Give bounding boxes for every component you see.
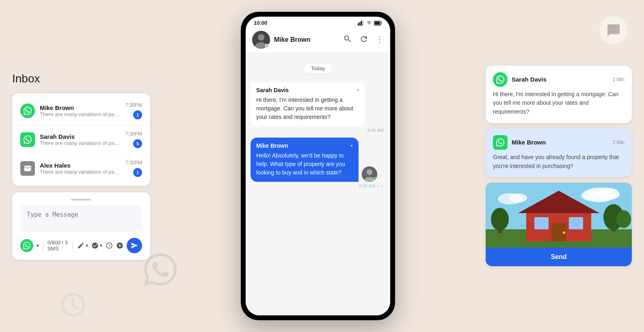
chat-avatar (252, 31, 270, 49)
svg-point-15 (581, 190, 601, 201)
phone-screen: 10:00 (246, 17, 390, 315)
msg-expand-icon[interactable]: ▾ (357, 87, 359, 93)
add-icon-btn[interactable] (116, 242, 123, 249)
inbox-meta-alex: 7:30PM 1 (125, 160, 142, 177)
msg-sender-sarah: Sarah Davis (256, 87, 289, 93)
message-outgoing-mike: Mike Brown ▾ Hello! Absolutely, we'd be … (251, 138, 385, 189)
msg-outgoing-row: Mike Brown ▾ Hello! Absolutely, we'd be … (251, 138, 385, 182)
left-panel: Inbox Mike Brown There are many variatio… (12, 72, 150, 260)
msg-bubble-outgoing: Mike Brown ▾ Hello! Absolutely, we'd be … (251, 138, 359, 182)
inbox-time-mike: 7:30PM (125, 102, 142, 108)
toolbar-whatsapp-icon[interactable] (20, 239, 33, 252)
compose-input[interactable] (20, 205, 142, 231)
online-indicator (265, 44, 270, 48)
notif-text-sarah: Hi there, I'm interested in getting a mo… (493, 90, 625, 116)
inbox-meta-mike: 7:30PM 1 (125, 102, 142, 119)
notif-header-sarah: Sarah Davis 2 Min (493, 72, 625, 87)
inbox-time-alex: 7:30PM (125, 160, 142, 166)
message-incoming-sarah: Sarah Davis ▾ Hi there, I'm interested i… (251, 82, 385, 133)
notif-card-sarah[interactable]: Sarah Davis 2 Min Hi there, I'm interest… (486, 66, 632, 123)
check-marks: ✓✓ (376, 183, 384, 188)
svg-rect-5 (375, 22, 380, 24)
svg-point-29 (616, 210, 631, 228)
deco-chat-bubble (599, 16, 628, 45)
inbox-meta-sarah: 7:30PM 5 (125, 131, 142, 148)
svg-point-10 (367, 169, 372, 175)
compose-toolbar: ▾ 0/800 l 3 SMS ▾ ▾ (20, 238, 142, 253)
inbox-name-sarah: Sarah Davis (40, 133, 121, 140)
property-image (486, 183, 632, 248)
whatsapp-square-icon-sarah (20, 132, 35, 147)
messages-area[interactable]: Today Sarah Davis ▾ Hi there, I'm intere… (246, 53, 390, 315)
inbox-preview-mike: There are many variations of passages of… (40, 111, 121, 117)
notif-name-sarah: Sarah Davis (512, 76, 609, 83)
notif-time-sarah: 2 Min (613, 77, 625, 82)
chat-contact-name: Mike Brown (274, 36, 339, 43)
inbox-badge-alex: 1 (133, 168, 142, 177)
inbox-item-sarah[interactable]: Sarah Davis There are many variations of… (12, 125, 150, 154)
inbox-name-alex: Alex Hales (40, 162, 121, 169)
sms-counter: 0/800 l 3 SMS (48, 239, 69, 252)
clock-icon-btn[interactable] (106, 242, 113, 249)
msg-expand-outgoing[interactable]: ▾ (350, 143, 353, 149)
notif-card-mike[interactable]: Mike Brown 2 Min Great, and have you alr… (486, 129, 632, 177)
svg-point-17 (509, 194, 527, 203)
tools-chevron: ▾ (100, 243, 102, 248)
inbox-time-sarah: 7:30PM (125, 131, 142, 137)
inbox-info-sarah: Sarah Davis There are many variations of… (40, 133, 121, 146)
send-button[interactable] (127, 238, 142, 253)
inbox-name-mike: Mike Brown (40, 104, 121, 111)
svg-rect-22 (569, 217, 583, 229)
inbox-item-mike[interactable]: Mike Brown There are many variations of … (12, 97, 150, 125)
msg-time-incoming: 9:45 AM (251, 128, 385, 133)
tools-icon-btn[interactable]: ▾ (91, 242, 102, 249)
deco-clock (59, 291, 87, 321)
toolbar-divider (43, 241, 43, 250)
toolbar-chevron[interactable]: ▾ (37, 243, 39, 248)
svg-rect-2 (361, 21, 362, 26)
whatsapp-icon-mike (20, 103, 35, 118)
msg-time-outgoing: 9:45 AM ✓✓ (359, 183, 385, 189)
notif-name-mike: Mike Brown (512, 139, 609, 146)
edit-icon-btn[interactable]: ▾ (77, 242, 88, 249)
wa-dot-outgoing (373, 177, 377, 182)
inbox-badge-mike: 1 (133, 110, 142, 119)
inbox-title: Inbox (12, 72, 150, 85)
phone-wrapper: 10:00 (158, 12, 478, 320)
inbox-card: Mike Brown There are many variations of … (12, 93, 150, 186)
status-icons (358, 21, 382, 26)
notif-text-mike: Great, and have you already found a prop… (493, 153, 625, 170)
email-icon-alex (20, 161, 35, 176)
svg-point-26 (491, 208, 509, 231)
svg-point-24 (563, 231, 565, 234)
more-options-icon[interactable]: ⋮ (376, 34, 384, 45)
chat-header: Mike Brown ⋮ (246, 28, 390, 53)
edit-chevron: ▾ (86, 243, 88, 248)
msg-text-incoming: Hi there, I'm interested in getting a mo… (256, 96, 359, 121)
compose-card: ▾ 0/800 l 3 SMS ▾ ▾ (12, 192, 150, 260)
chat-header-icons: ⋮ (343, 34, 384, 45)
inbox-badge-sarah: 5 (133, 139, 142, 148)
toolbar-divider-2 (73, 241, 73, 250)
msg-outgoing-avatar (362, 166, 377, 182)
status-bar: 10:00 (246, 17, 390, 28)
inbox-item-alex[interactable]: Alex Hales There are many variations of … (12, 154, 150, 183)
image-send-button[interactable]: Send (486, 248, 632, 266)
msg-text-outgoing: Hello! Absolutely, we'd be happy to help… (256, 151, 353, 177)
property-card: Send (486, 183, 632, 266)
search-icon[interactable] (343, 34, 352, 45)
main-container: Inbox Mike Brown There are many variatio… (0, 0, 644, 332)
svg-point-7 (258, 34, 264, 41)
inbox-preview-sarah: There are many variations of passages of… (40, 140, 121, 146)
status-time: 10:00 (254, 20, 267, 26)
svg-rect-1 (359, 22, 361, 26)
notif-header-mike: Mike Brown 2 Min (493, 135, 625, 150)
svg-rect-0 (358, 23, 359, 26)
notif-whatsapp-icon-sarah (493, 72, 508, 87)
right-panel: Sarah Davis 2 Min Hi there, I'm interest… (486, 66, 632, 266)
drag-handle (71, 199, 91, 200)
inbox-preview-alex: There are many variations of passages of… (40, 169, 121, 175)
msg-sender-mike: Mike Brown (256, 142, 288, 149)
msg-bubble-incoming-sarah: Sarah Davis ▾ Hi there, I'm interested i… (251, 82, 365, 126)
refresh-icon[interactable] (359, 34, 368, 45)
